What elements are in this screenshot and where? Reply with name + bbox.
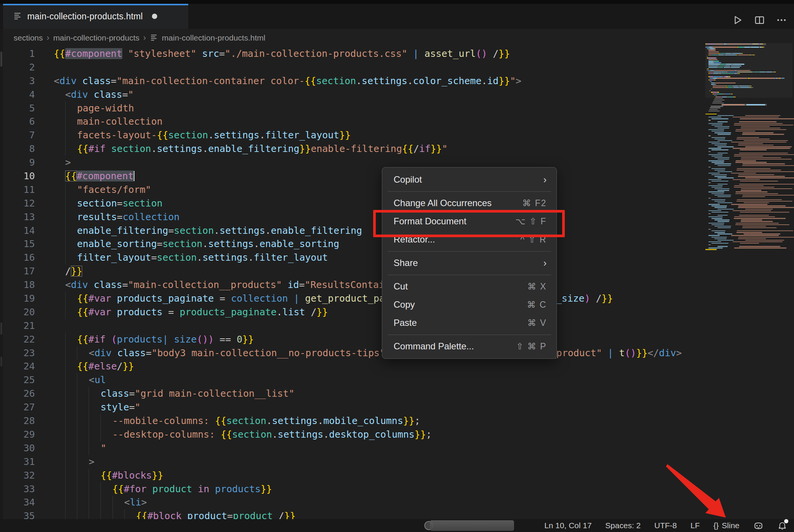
- menu-item-label: Command Palette...: [394, 341, 516, 352]
- menu-item-share[interactable]: Share›: [382, 254, 556, 272]
- breadcrumb-file[interactable]: main-collection-products.html: [162, 33, 265, 42]
- code-text: {{#if section.settings.enable_filtering}…: [35, 142, 448, 156]
- menu-item-paste[interactable]: Paste⌘ V: [382, 314, 556, 332]
- notification-badge: [784, 519, 788, 523]
- submenu-chevron-icon: ›: [543, 257, 547, 269]
- run-icon[interactable]: [730, 13, 745, 27]
- code-line[interactable]: 4 <div class=": [3, 88, 794, 102]
- modified-dot-icon[interactable]: [152, 14, 157, 19]
- code-line[interactable]: 6 main-collection: [3, 115, 794, 128]
- left-strip-mark: [0, 322, 2, 335]
- code-line[interactable]: 1{{#component "stylesheet" src="./main-c…: [3, 47, 794, 61]
- code-line[interactable]: 25 <ul: [3, 373, 794, 387]
- menu-item-copy[interactable]: Copy⌘ C: [382, 296, 556, 314]
- copilot-icon[interactable]: [753, 520, 764, 531]
- breadcrumb-sections[interactable]: sections: [14, 33, 43, 42]
- code-text: <div class=": [35, 88, 134, 102]
- code-text: <ul: [35, 373, 106, 387]
- code-text: {{#component "stylesheet" src="./main-co…: [35, 47, 510, 61]
- menu-item-refactor[interactable]: Refactor...^ ⇧ R: [382, 230, 556, 249]
- code-text: ": [35, 441, 106, 455]
- code-line[interactable]: 26 class="grid main-collection__list": [3, 387, 794, 401]
- code-text: {{#else/}}: [35, 360, 134, 373]
- code-line[interactable]: 28 --mobile-columns: {{section.settings.…: [3, 414, 794, 428]
- tab-main-collection-products[interactable]: main-collection-products.html: [3, 4, 188, 29]
- line-number: 28: [3, 414, 35, 428]
- menu-item-shortcut: ⌘ V: [527, 318, 547, 328]
- line-number: 7: [3, 128, 35, 142]
- code-line[interactable]: 2: [3, 61, 794, 74]
- line-number: 23: [3, 346, 35, 360]
- more-actions-icon[interactable]: [774, 13, 789, 27]
- editor-context-menu: Copilot›Change All Occurrences⌘ F2Format…: [382, 167, 557, 359]
- line-number: 34: [3, 496, 35, 509]
- menu-divider: [388, 335, 551, 335]
- status-language-mode[interactable]: {} Sline: [713, 521, 739, 530]
- menu-item-command-palette[interactable]: Command Palette...⇧ ⌘ P: [382, 337, 556, 355]
- line-number: 5: [3, 102, 35, 115]
- line-number: 10: [3, 169, 35, 183]
- menu-item-label: Copilot: [394, 174, 543, 185]
- text-cursor: [134, 171, 135, 181]
- breadcrumb-folder[interactable]: main-collection-products: [53, 33, 139, 42]
- left-strip-mark: [0, 357, 2, 366]
- menu-item-label: Format Document: [394, 216, 515, 227]
- code-text: <div class="main-collection__products" i…: [35, 278, 413, 292]
- menu-item-shortcut: ^ ⇧ R: [520, 235, 547, 245]
- code-text: [35, 61, 54, 74]
- line-number: 11: [3, 183, 35, 197]
- menu-divider: [388, 251, 551, 252]
- line-number: 1: [3, 47, 35, 61]
- code-line[interactable]: 33 {{#for product in products}}: [3, 482, 794, 496]
- split-editor-icon[interactable]: [752, 13, 767, 27]
- line-number: 16: [3, 251, 35, 264]
- code-text: main-collection: [35, 115, 163, 128]
- titlebar-strip: [0, 0, 794, 4]
- menu-item-cut[interactable]: Cut⌘ X: [382, 277, 556, 296]
- line-number: 15: [3, 237, 35, 251]
- status-line-col[interactable]: Ln 10, Col 17: [544, 521, 592, 530]
- code-line[interactable]: 35 {{#block product=product /}}: [3, 509, 794, 519]
- code-line[interactable]: 27 style=": [3, 401, 794, 414]
- tab-bar: main-collection-products.html: [0, 4, 794, 29]
- code-text: "facets/form": [35, 183, 151, 197]
- code-line[interactable]: 34 <li>: [3, 496, 794, 509]
- code-line[interactable]: 24 {{#else/}}: [3, 360, 794, 373]
- code-text: --mobile-columns: {{section.settings.mob…: [35, 414, 420, 428]
- line-number: 33: [3, 482, 35, 496]
- line-number: 3: [3, 74, 35, 88]
- code-text: {{#for product in products}}: [35, 482, 272, 496]
- code-line[interactable]: 31 >: [3, 455, 794, 469]
- status-encoding[interactable]: UTF-8: [654, 521, 677, 530]
- code-text: facets-layout-{{section.settings.filter_…: [35, 128, 351, 142]
- menu-item-copilot[interactable]: Copilot›: [382, 171, 556, 189]
- menu-item-shortcut: ⌘ C: [527, 300, 547, 310]
- status-indentation[interactable]: Spaces: 2: [605, 521, 641, 530]
- code-line[interactable]: 29 --desktop-columns: {{section.settings…: [3, 428, 794, 441]
- notifications-bell-icon[interactable]: [777, 521, 787, 530]
- file-icon: [13, 11, 22, 22]
- menu-item-change-all-occurrences[interactable]: Change All Occurrences⌘ F2: [382, 194, 556, 212]
- code-line[interactable]: 3<div class="main-collection-container c…: [3, 74, 794, 88]
- code-line[interactable]: 5 page-width: [3, 102, 794, 115]
- status-eol[interactable]: LF: [691, 521, 700, 530]
- code-text: {{#if (products| size()) == 0}}: [35, 333, 254, 346]
- line-number: 8: [3, 142, 35, 156]
- code-text: filter_layout=section.settings.filter_la…: [35, 251, 328, 264]
- menu-item-format-document[interactable]: Format Document⌥ ⇧ F: [382, 212, 556, 230]
- line-number: 32: [3, 469, 35, 482]
- code-line[interactable]: 7 facets-layout-{{section.settings.filte…: [3, 128, 794, 142]
- line-number: 6: [3, 115, 35, 128]
- code-text: >: [35, 156, 71, 169]
- line-number: 26: [3, 387, 35, 401]
- code-text: <div class="body3 main-collection__no-pr…: [35, 346, 682, 360]
- left-edge-strip: [0, 29, 3, 532]
- code-text: section=section: [35, 197, 163, 210]
- code-line[interactable]: 32 {{#blocks}}: [3, 469, 794, 482]
- code-line[interactable]: 8 {{#if section.settings.enable_filterin…: [3, 142, 794, 156]
- code-line[interactable]: 30 ": [3, 441, 794, 455]
- minimap[interactable]: [705, 43, 792, 255]
- code-text: /}}: [35, 264, 82, 278]
- code-text: enable_filtering=section.settings.enable…: [35, 224, 362, 238]
- line-number: 30: [3, 441, 35, 455]
